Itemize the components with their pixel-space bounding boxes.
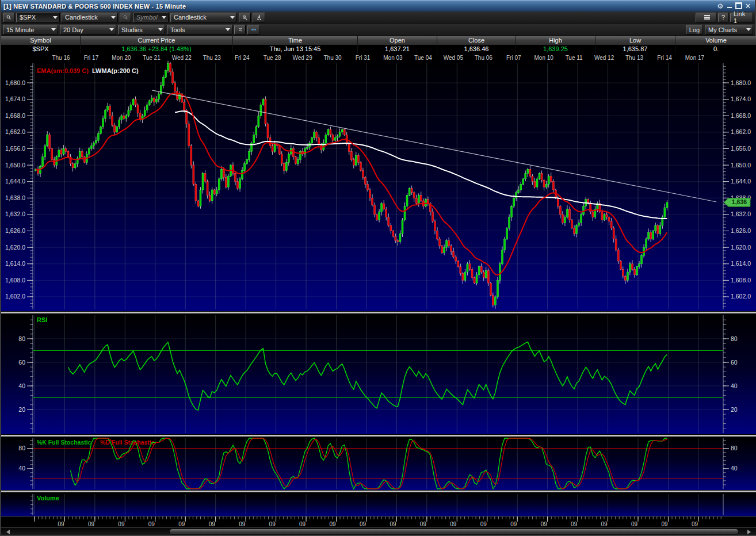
svg-text:1,632.0: 1,632.0 bbox=[5, 210, 25, 217]
svg-text:1,608.0: 1,608.0 bbox=[5, 277, 25, 284]
svg-text:1,680.0: 1,680.0 bbox=[5, 79, 25, 86]
bar-spacing-button[interactable] bbox=[234, 25, 246, 35]
studies-combo[interactable]: Studies bbox=[118, 25, 165, 35]
chart-area[interactable]: 1,680.01,680.01,674.01,674.01,668.01,668… bbox=[1, 53, 756, 527]
close-button[interactable]: ✕ bbox=[743, 2, 753, 10]
svg-text:Wed 29: Wed 29 bbox=[292, 55, 312, 61]
svg-text:1,668.0: 1,668.0 bbox=[5, 112, 25, 119]
svg-text:1,650.0: 1,650.0 bbox=[5, 162, 25, 169]
chart-link-icon bbox=[251, 26, 257, 33]
svg-text:09: 09 bbox=[661, 521, 668, 527]
search-icon bbox=[6, 14, 11, 21]
scroll-left-button[interactable] bbox=[3, 529, 13, 535]
quote-symbol: $SPX bbox=[1, 45, 81, 53]
symbol-search-button[interactable] bbox=[3, 13, 14, 22]
scroll-thumb[interactable] bbox=[169, 529, 739, 535]
symbol-combo[interactable]: $SPX bbox=[16, 13, 60, 22]
svg-text:1,626.0: 1,626.0 bbox=[5, 227, 25, 234]
svg-text:09: 09 bbox=[601, 521, 608, 527]
interval-value: 15 Minute bbox=[6, 26, 49, 33]
quote-value-row: $SPX 1,636.36 +23.84 (1.48%) Thu, Jun 13… bbox=[1, 45, 755, 53]
arrow-left-icon bbox=[6, 530, 10, 534]
svg-text:60: 60 bbox=[731, 359, 738, 366]
quote-current-price: 1,636.36 +23.84 (1.48%) bbox=[81, 45, 233, 53]
svg-text:09: 09 bbox=[239, 521, 246, 527]
svg-text:09: 09 bbox=[510, 521, 517, 527]
menu-icon bbox=[704, 15, 710, 20]
toolbar-row-2: 15 Minute 20 Day Studies Tools Log My Ch… bbox=[1, 24, 755, 36]
svg-text:Wed 05: Wed 05 bbox=[444, 55, 464, 61]
chart-style2-combo[interactable]: Candlestick bbox=[170, 13, 237, 22]
chart-style-combo[interactable]: Candlestick bbox=[62, 13, 118, 22]
window-title: [1] NEW STANDARD & POORS 500 INDEX NEW -… bbox=[3, 3, 186, 10]
horizontal-scrollbar[interactable] bbox=[1, 527, 756, 535]
svg-text:Tue 11: Tue 11 bbox=[566, 55, 583, 61]
svg-text:Thu 16: Thu 16 bbox=[52, 55, 70, 61]
svg-text:1,662.0: 1,662.0 bbox=[731, 128, 751, 135]
svg-text:1,656.0: 1,656.0 bbox=[731, 145, 751, 152]
quote-header-high: High bbox=[516, 36, 595, 45]
svg-text:Fri 14: Fri 14 bbox=[657, 55, 672, 61]
svg-text:40: 40 bbox=[731, 382, 738, 389]
settings-gear-icon[interactable]: ⚙ bbox=[716, 2, 725, 10]
scroll-right-button[interactable] bbox=[744, 529, 754, 535]
log-button[interactable]: Log bbox=[686, 25, 703, 35]
svg-text:1,674.0: 1,674.0 bbox=[5, 95, 25, 102]
svg-text:09: 09 bbox=[390, 521, 396, 527]
svg-text:1,614.0: 1,614.0 bbox=[731, 260, 751, 267]
pointer-tool-button[interactable] bbox=[253, 13, 265, 22]
quote-header-row: Symbol Current Price Time Open Close Hig… bbox=[1, 36, 755, 45]
search-icon bbox=[123, 14, 128, 21]
chart-menu-button[interactable] bbox=[696, 13, 716, 22]
symbol2-search-button[interactable] bbox=[120, 13, 131, 22]
svg-text:1,620.0: 1,620.0 bbox=[731, 244, 751, 251]
help-button[interactable]: ? bbox=[718, 13, 728, 22]
svg-text:09: 09 bbox=[480, 521, 487, 527]
minimize-button[interactable] bbox=[725, 2, 734, 10]
svg-text:RSI: RSI bbox=[37, 316, 47, 323]
zoom-in-button[interactable] bbox=[239, 13, 251, 22]
period-combo[interactable]: 20 Day bbox=[60, 25, 116, 35]
svg-text:09: 09 bbox=[118, 521, 125, 527]
svg-text:09: 09 bbox=[148, 521, 155, 527]
svg-text:1,602.0: 1,602.0 bbox=[5, 293, 25, 300]
svg-text:1,644.0: 1,644.0 bbox=[731, 178, 751, 185]
chart-style2-value: Candlestick bbox=[174, 14, 228, 21]
chart-link-button[interactable] bbox=[247, 25, 260, 35]
svg-text:1,644.0: 1,644.0 bbox=[5, 178, 25, 185]
svg-text:40: 40 bbox=[18, 465, 25, 472]
svg-text:09: 09 bbox=[58, 521, 64, 527]
link1-button[interactable]: Link 1 bbox=[730, 13, 753, 22]
svg-text:Tue 21: Tue 21 bbox=[143, 55, 161, 61]
svg-text:1,668.0: 1,668.0 bbox=[731, 112, 751, 119]
chevron-down-icon bbox=[746, 28, 751, 31]
tools-combo[interactable]: Tools bbox=[167, 25, 232, 35]
tools-label: Tools bbox=[170, 26, 223, 33]
my-charts-combo[interactable]: My Charts bbox=[705, 25, 753, 35]
svg-text:80: 80 bbox=[18, 445, 25, 451]
symbol2-combo[interactable]: Symbol 2 bbox=[133, 13, 169, 22]
svg-text:1,620.0: 1,620.0 bbox=[5, 244, 25, 251]
svg-text:%K Full Stochastic: %K Full Stochastic bbox=[37, 439, 91, 446]
symbol2-placeholder: Symbol 2 bbox=[136, 14, 159, 21]
titlebar: [1] NEW STANDARD & POORS 500 INDEX NEW -… bbox=[1, 0, 755, 12]
svg-text:Tue 04: Tue 04 bbox=[414, 55, 432, 61]
svg-text:Fri 07: Fri 07 bbox=[506, 55, 521, 61]
svg-text:80: 80 bbox=[731, 335, 738, 342]
maximize-button[interactable] bbox=[734, 2, 743, 10]
svg-text:Mon 17: Mon 17 bbox=[685, 55, 705, 61]
svg-text:Volume: Volume bbox=[37, 495, 59, 501]
zoom-in-icon bbox=[242, 14, 247, 21]
interval-combo[interactable]: 15 Minute bbox=[3, 25, 58, 35]
svg-text:Wed 22: Wed 22 bbox=[172, 55, 192, 61]
svg-text:1,662.0: 1,662.0 bbox=[5, 128, 25, 135]
svg-text:09: 09 bbox=[329, 521, 336, 527]
svg-text:40: 40 bbox=[731, 465, 738, 472]
quote-header-low: Low bbox=[595, 36, 675, 45]
svg-text:09: 09 bbox=[209, 521, 216, 527]
svg-text:1,656.0: 1,656.0 bbox=[5, 145, 25, 152]
arrow-right-icon bbox=[747, 530, 751, 534]
chevron-down-icon bbox=[158, 28, 163, 31]
chart-style-value: Candlestick bbox=[65, 14, 109, 21]
svg-text:Wed 12: Wed 12 bbox=[594, 55, 614, 61]
